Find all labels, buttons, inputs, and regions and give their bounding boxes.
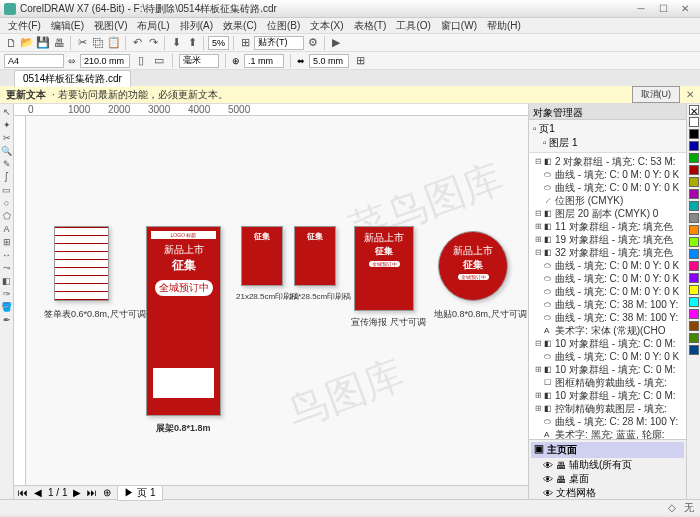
copy-icon[interactable]: ⿻ <box>91 36 105 50</box>
table-tool-icon[interactable]: ⊞ <box>1 236 13 248</box>
tree-item[interactable]: ⬭曲线 - 填充: C: 0 M: 0 Y: 0 K <box>531 350 684 363</box>
minimize-button[interactable]: ─ <box>630 2 652 16</box>
master-page-header[interactable]: ▣ 主页面 <box>531 442 684 458</box>
active-document-tab[interactable]: 0514样板征集砖路.cdr <box>14 70 131 87</box>
tree-item[interactable]: ⬭曲线 - 填充: C: 0 M: 0 Y: 0 K <box>531 259 684 272</box>
open-icon[interactable]: 📂 <box>20 36 34 50</box>
tree-item[interactable]: ⬭曲线 - 填充: C: 0 M: 0 Y: 0 K <box>531 272 684 285</box>
effects-tool-icon[interactable]: ◧ <box>1 275 13 287</box>
menu-item[interactable]: 效果(C) <box>219 18 261 33</box>
tree-item[interactable]: ☐图框精确剪裁曲线 - 填充: <box>531 376 684 389</box>
color-swatch[interactable] <box>689 141 699 151</box>
portrait-icon[interactable]: ▯ <box>134 54 148 68</box>
snap-icon[interactable]: ⊞ <box>238 36 252 50</box>
color-swatch[interactable] <box>689 333 699 343</box>
options-icon[interactable]: ⚙ <box>306 36 320 50</box>
maximize-button[interactable]: ☐ <box>652 2 674 16</box>
fill-indicator[interactable]: ◇ <box>668 502 676 513</box>
nudge-input[interactable]: .1 mm <box>244 54 284 68</box>
paste-icon[interactable]: 📋 <box>107 36 121 50</box>
tree-item[interactable]: ⊟◧32 对象群组 - 填充: 填充色 <box>531 246 684 259</box>
tree-item[interactable]: ⊟◧图层 20 副本 (CMYK) 0 <box>531 207 684 220</box>
tree-item[interactable]: ⬭曲线 - 填充: C: 0 M: 0 Y: 0 K <box>531 181 684 194</box>
color-swatch[interactable] <box>689 285 699 295</box>
fill-tool-icon[interactable]: 🪣 <box>1 301 13 313</box>
menu-item[interactable]: 工具(O) <box>392 18 434 33</box>
landscape-icon[interactable]: ▭ <box>152 54 166 68</box>
artboard-signup-sheet[interactable] <box>54 226 109 301</box>
tree-item[interactable]: ⊞◧10 对象群组 - 填充: C: 0 M: <box>531 363 684 376</box>
color-swatch[interactable] <box>689 165 699 175</box>
print-icon[interactable]: 🖶 <box>52 36 66 50</box>
page-tab[interactable]: ▶ 页 1 <box>117 485 162 501</box>
tree-item[interactable]: ⊞◧19 对象群组 - 填充: 填充色 <box>531 233 684 246</box>
artboard-print-b[interactable]: 征集 <box>294 226 336 286</box>
menu-item[interactable]: 表格(T) <box>350 18 391 33</box>
menu-item[interactable]: 文件(F) <box>4 18 45 33</box>
unit-dropdown[interactable]: 毫米 <box>179 54 219 68</box>
cut-icon[interactable]: ✂ <box>75 36 89 50</box>
tree-item[interactable]: A美术字: 宋体 (常规)(CHO <box>531 324 684 337</box>
color-swatch[interactable] <box>689 321 699 331</box>
pick-tool-icon[interactable]: ↖ <box>1 106 13 118</box>
dimension-tool-icon[interactable]: ↔ <box>1 249 13 261</box>
last-page-icon[interactable]: ⏭ <box>87 487 97 498</box>
artboard-poster[interactable]: 新品上市 征集 全城预订中 <box>354 226 414 311</box>
color-swatch[interactable] <box>689 237 699 247</box>
grid-icon[interactable]: ⊞ <box>353 54 367 68</box>
tree-item[interactable]: A美术字: 黑充: 蓝蓝, 轮廓: <box>531 428 684 439</box>
menu-item[interactable]: 文本(X) <box>306 18 347 33</box>
save-icon[interactable]: 💾 <box>36 36 50 50</box>
new-icon[interactable]: 🗋 <box>4 36 18 50</box>
artboard-banner[interactable]: LOGO 标题 新品上市 征集 全城预订中 <box>146 226 221 416</box>
menu-item[interactable]: 编辑(E) <box>47 18 88 33</box>
artistic-tool-icon[interactable]: ʃ <box>1 171 13 183</box>
menu-item[interactable]: 位图(B) <box>263 18 304 33</box>
eyedropper-tool-icon[interactable]: ✑ <box>1 288 13 300</box>
layer-node[interactable]: ▫ 图层 1 <box>533 136 682 150</box>
rectangle-tool-icon[interactable]: ▭ <box>1 184 13 196</box>
tree-item[interactable]: ⊟◧2 对象群组 - 填充: C: 53 M: <box>531 155 684 168</box>
menu-item[interactable]: 帮助(H) <box>483 18 525 33</box>
color-swatch[interactable] <box>689 225 699 235</box>
crop-tool-icon[interactable]: ✂ <box>1 132 13 144</box>
color-swatch[interactable] <box>689 309 699 319</box>
tree-item[interactable]: ⊞◧控制精确剪裁图层 - 填充: <box>531 402 684 415</box>
object-tree[interactable]: ⊟◧2 对象群组 - 填充: C: 53 M:⬭曲线 - 填充: C: 0 M:… <box>529 153 686 439</box>
menu-item[interactable]: 视图(V) <box>90 18 131 33</box>
tree-item[interactable]: ⬭曲线 - 填充: C: 38 M: 100 Y: <box>531 298 684 311</box>
color-swatch[interactable] <box>689 129 699 139</box>
artboard-floor-sticker[interactable]: 新品上市 征集 全城预订中 <box>438 231 508 301</box>
page-size-dropdown[interactable]: A4 <box>4 54 64 68</box>
notification-close-icon[interactable]: ✕ <box>686 89 694 100</box>
polygon-tool-icon[interactable]: ⬠ <box>1 210 13 222</box>
text-tool-icon[interactable]: A <box>1 223 13 235</box>
tree-item[interactable]: ⟋位图形 (CMYK) <box>531 194 684 207</box>
canvas[interactable]: 菜鸟图库 鸟图库 签单表0.6*0.8m,尺寸可调 LOGO 标题 新品上市 征… <box>26 116 528 485</box>
color-swatch[interactable] <box>689 345 699 355</box>
undo-icon[interactable]: ↶ <box>130 36 144 50</box>
color-swatch[interactable] <box>689 189 699 199</box>
outline-indicator[interactable]: 无 <box>684 501 694 515</box>
tree-item[interactable]: ⊟◧10 对象群组 - 填充: C: 0 M: <box>531 337 684 350</box>
first-page-icon[interactable]: ⏮ <box>18 487 28 498</box>
freehand-tool-icon[interactable]: ✎ <box>1 158 13 170</box>
page-node[interactable]: ▫ 页1 <box>533 122 682 136</box>
prev-page-icon[interactable]: ◀ <box>34 487 42 498</box>
dup-x-input[interactable]: 5.0 mm <box>309 54 349 68</box>
color-swatch[interactable] <box>689 177 699 187</box>
export-icon[interactable]: ⬆ <box>185 36 199 50</box>
color-swatch[interactable] <box>689 201 699 211</box>
menu-item[interactable]: 排列(A) <box>176 18 217 33</box>
tree-item[interactable]: ⊞◧10 对象群组 - 填充: C: 0 M: <box>531 389 684 402</box>
snap-dropdown[interactable]: 贴齐(T) <box>254 36 304 50</box>
ellipse-tool-icon[interactable]: ○ <box>1 197 13 209</box>
connector-tool-icon[interactable]: ⤳ <box>1 262 13 274</box>
redo-icon[interactable]: ↷ <box>146 36 160 50</box>
tree-item[interactable]: ⬭曲线 - 填充: C: 0 M: 0 Y: 0 K <box>531 168 684 181</box>
import-icon[interactable]: ⬇ <box>169 36 183 50</box>
notification-dismiss-button[interactable]: 取消(U) <box>632 86 681 103</box>
menu-item[interactable]: 布局(L) <box>133 18 173 33</box>
tree-item[interactable]: ⊞◧11 对象群组 - 填充: 填充色 <box>531 220 684 233</box>
tree-item[interactable]: ⬭曲线 - 填充: C: 28 M: 100 Y: <box>531 415 684 428</box>
